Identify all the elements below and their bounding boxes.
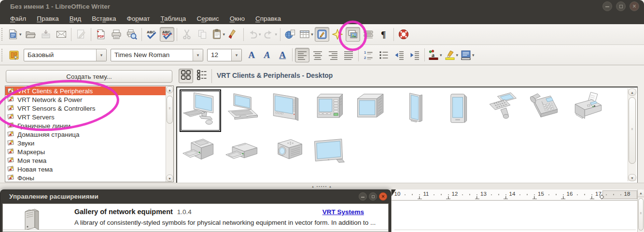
vertical-scrollbar[interactable]: ▲ ≡ [637,189,644,232]
styles-panel-button[interactable] [7,48,21,62]
theme-item[interactable]: Фоны [5,174,166,182]
minimize-button[interactable] [359,192,367,201]
paragraph-style-value[interactable]: Базовый [24,49,96,61]
data-sources-button[interactable] [361,27,376,42]
theme-item[interactable]: VRT Network & Power [5,95,166,104]
clone-formatting-button[interactable] [226,27,241,42]
close-button[interactable]: × [630,1,639,11]
align-left-button[interactable] [295,48,309,62]
gallery-item-hmi-panel[interactable] [308,89,350,132]
scroll-thumb[interactable]: ≡ [167,96,173,124]
gallery-item-panel-pc[interactable] [266,89,307,132]
theme-item[interactable]: VRT Servers [5,113,166,121]
menu-help[interactable]: Справка [250,13,286,24]
redo-dropdown[interactable]: ▾ [275,32,278,37]
gallery-item-laptop[interactable] [223,89,264,132]
theme-item[interactable]: Граничные линии [5,121,166,130]
scroll-up-arrow[interactable]: ▲ [638,189,644,197]
gallery-item-wall-display[interactable] [308,134,350,177]
font-size-value[interactable]: 12 [208,49,231,61]
menu-file[interactable]: Файл [5,13,31,24]
gallery-scrollbar[interactable]: ▲ ≡ ▼ [628,88,636,181]
detail-view-button[interactable] [195,69,209,83]
maximize-button[interactable] [369,192,377,201]
minimize-button[interactable] [602,1,612,11]
menu-view[interactable]: Вид [64,13,86,24]
theme-item[interactable]: Новая тема [5,165,166,174]
theme-list-scrollbar[interactable]: ▲ ≡ ▼ [166,86,173,182]
dialog-title-bar[interactable]: Управление расширениями × [0,190,391,203]
toolbar-drag-handle[interactable] [1,49,4,61]
theme-item[interactable]: Маркеры [5,147,166,156]
theme-item[interactable]: VRT Clients & Peripherals [5,87,166,95]
gallery-item-desktop-computer[interactable] [180,89,221,132]
gallery-item-panel-monitor[interactable] [351,89,393,132]
font-name-dropdown[interactable]: ▾ [193,49,203,61]
paragraph-background-button[interactable]: ▾ [460,48,475,62]
panel-splitter[interactable]: ▴▪▪▪▪▪▴ [0,183,644,189]
theme-item[interactable]: Звуки [5,139,166,147]
open-button[interactable] [23,27,38,42]
justify-button[interactable] [341,48,356,62]
insert-table-button[interactable]: ▾ [298,27,314,42]
gallery-item-fax-machine[interactable] [566,89,608,132]
underline-button[interactable]: А [275,48,290,62]
undo-dropdown[interactable]: ▾ [259,32,261,37]
menu-window[interactable]: Окно [224,13,250,24]
scroll-up-arrow[interactable]: ▲ [628,88,636,96]
drawing-functions-button[interactable] [315,27,329,42]
gallery-item-handheld-terminal[interactable] [480,89,522,132]
font-color-dropdown[interactable]: ▾ [440,53,442,58]
theme-item[interactable]: VRT Sensors & Controllers [5,104,166,113]
insert-table-dropdown[interactable]: ▾ [311,32,313,37]
publisher-link[interactable]: VRT Systems [322,208,364,216]
highlight-button[interactable]: ▾ [444,48,459,62]
formatting-marks-button[interactable]: ¶ [377,27,391,42]
gallery-item-inkjet-printer[interactable] [223,134,264,177]
paragraph-style-dropdown[interactable]: ▾ [96,49,106,61]
new-theme-button[interactable]: Создать тему... [6,70,172,83]
menu-table[interactable]: Таблица [155,13,191,24]
document-area[interactable]: 101112131415161718 ▲ ≡ [391,189,644,232]
email-button[interactable] [54,27,69,42]
icon-view-button[interactable] [179,69,193,83]
gallery-item-desk-phone[interactable] [523,89,565,132]
gallery-item-projector[interactable] [266,134,307,177]
theme-item[interactable]: Домашняя страница [5,130,166,139]
align-center-button[interactable] [310,48,325,62]
print-preview-button[interactable] [125,27,139,42]
hyperlink-button[interactable] [283,27,297,42]
gallery-item-laser-printer[interactable] [180,134,221,177]
font-name-value[interactable]: Times New Roman [111,49,193,61]
paste-dropdown[interactable]: ▾ [223,32,225,37]
scroll-up-arrow[interactable]: ▲ [166,86,173,93]
scroll-thumb[interactable]: ≡ [638,198,644,231]
align-right-button[interactable] [326,48,340,62]
paragraph-style-combo[interactable]: Базовый ▾ [24,49,107,61]
auto-spellcheck-button[interactable]: ABC [160,27,174,42]
maximize-button[interactable] [616,1,626,11]
menu-edit[interactable]: Правка [31,13,64,24]
print-button[interactable] [109,27,124,42]
font-size-dropdown[interactable]: ▾ [231,49,241,61]
unordered-list-button[interactable] [377,48,391,62]
highlight-dropdown[interactable]: ▾ [456,53,459,58]
gallery-item-flat-screen[interactable] [394,89,436,132]
scroll-thumb[interactable]: ≡ [629,97,636,164]
menu-tools[interactable]: Сервис [191,13,224,24]
navigator-button[interactable] [330,27,345,42]
scroll-down-arrow[interactable]: ▼ [166,174,173,182]
close-button[interactable]: × [379,192,387,201]
theme-item[interactable]: Моя тема [5,156,166,165]
bold-button[interactable]: А [244,48,259,62]
decrease-indent-button[interactable] [392,48,406,62]
menu-format[interactable]: Формат [121,13,155,24]
new-document-button[interactable]: ▾ [7,27,22,42]
scroll-down-arrow[interactable]: ▼ [628,174,636,181]
increase-indent-button[interactable] [407,48,422,62]
gallery-button[interactable] [346,27,360,42]
italic-button[interactable]: А [260,48,274,62]
font-size-combo[interactable]: 12 ▾ [207,49,242,61]
help-button[interactable] [396,27,411,42]
menu-insert[interactable]: Вставка [86,13,121,24]
